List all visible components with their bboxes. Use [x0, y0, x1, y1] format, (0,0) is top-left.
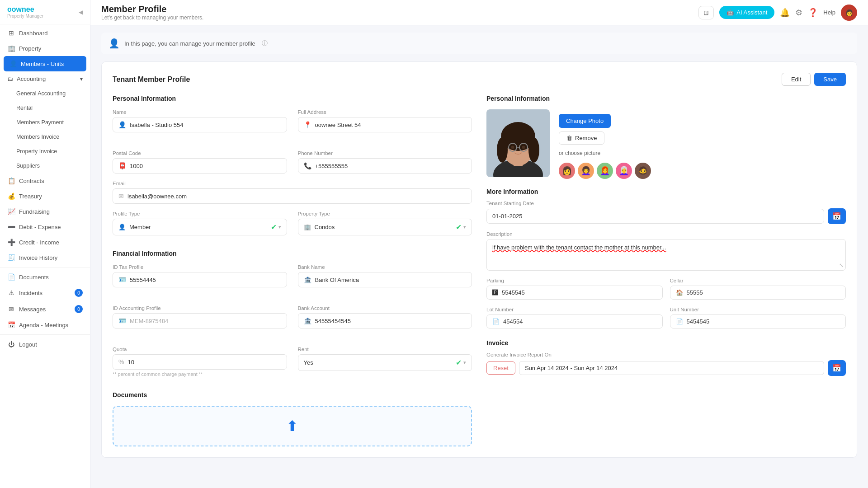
help-label: Help: [823, 9, 835, 16]
sidebar-item-invoice-history[interactable]: 🧾 Invoice History: [0, 250, 90, 265]
postal-input[interactable]: 📮 1000: [113, 158, 287, 174]
email-field-group: Email ✉ isabella@oownee.com: [113, 181, 472, 204]
sidebar-item-property-invoice[interactable]: Property Invoice: [0, 144, 90, 159]
sidebar-item-members-invoice[interactable]: Members Invoice: [0, 130, 90, 144]
email-label: Email: [113, 181, 472, 186]
sidebar-item-suppliers[interactable]: Suppliers: [0, 159, 90, 173]
more-info-section: More Information Tenant Starting Date 📅 …: [486, 188, 846, 328]
bank-account-input[interactable]: 🏦 54555454545: [298, 313, 472, 328]
fundraising-icon: 📈: [7, 208, 15, 215]
right-personal-title: Personal Information: [486, 95, 846, 102]
sidebar-item-debit-expense[interactable]: ➖ Debit - Expense: [0, 219, 90, 235]
personal-info-grid: Name 👤 Isabella - Studio 554 Full Addres…: [113, 109, 472, 181]
reset-invoice-btn[interactable]: Reset: [486, 361, 515, 375]
sidebar-item-treasury[interactable]: 💰 Treasury: [0, 188, 90, 204]
email-input[interactable]: ✉ isabella@oownee.com: [113, 188, 472, 204]
debit-icon: ➖: [7, 223, 15, 230]
id-tax-input[interactable]: 🪪 55554445: [113, 272, 287, 287]
id-acc-icon: 🪪: [118, 317, 126, 324]
personal-info-title: Personal Information: [113, 95, 472, 102]
quota-value: 10: [127, 359, 134, 366]
bank-name-input[interactable]: 🏦 Bank Of America: [298, 272, 472, 287]
collapse-btn[interactable]: ◀: [79, 9, 83, 15]
sidebar-item-members-payment[interactable]: Members Payment: [0, 115, 90, 130]
rent-select[interactable]: Yes ✔ ▾: [298, 354, 472, 371]
documents-section: ⬆: [113, 406, 472, 446]
change-photo-btn[interactable]: Change Photo: [559, 114, 611, 128]
sidebar-item-credit-income[interactable]: ➕ Credit - Income: [0, 235, 90, 250]
sidebar-label-accounting: Accounting: [17, 75, 46, 82]
sidebar-item-agenda[interactable]: 📅 Agenda - Meetings: [0, 317, 90, 333]
building-icon: 🏢: [304, 224, 311, 230]
lot-input[interactable]: 📄 454554: [486, 314, 663, 328]
cellar-input[interactable]: 🏠 55555: [670, 286, 846, 300]
doc-upload-area[interactable]: ⬆: [113, 406, 472, 446]
profile-photo: [486, 109, 550, 177]
name-label: Name: [113, 109, 287, 115]
property-type-value: Condos: [315, 224, 335, 230]
sidebar-item-contracts[interactable]: 📋 Contracts: [0, 173, 90, 188]
user-avatar[interactable]: 👩: [841, 5, 857, 21]
save-button[interactable]: Save: [814, 73, 846, 86]
envelope-icon: ✉: [118, 192, 124, 200]
sidebar-item-dashboard[interactable]: ⊞ Dashboard: [0, 25, 90, 41]
quota-input[interactable]: % 10: [113, 354, 287, 370]
description-box[interactable]: if have problem with the tenant contact …: [486, 239, 846, 271]
remove-photo-btn[interactable]: 🗑 Remove: [559, 131, 604, 145]
starting-date-calendar-btn[interactable]: 📅: [828, 208, 846, 224]
avatar-choice-4[interactable]: 👩‍🦳: [616, 163, 632, 179]
logo-sub: Property Manager: [7, 14, 43, 19]
cellar-icon: 🏠: [676, 289, 683, 296]
photo-actions: Change Photo 🗑 Remove or choose picture …: [559, 109, 651, 179]
lot-label: Lot Number: [486, 307, 663, 312]
ai-assistant-btn[interactable]: 🤖 AI Assistant: [719, 6, 774, 19]
sidebar-item-accounting[interactable]: 🗂 Accounting ▾: [0, 71, 90, 86]
messages-badge: 0: [75, 305, 83, 313]
avatar-choice-1[interactable]: 👩: [559, 163, 575, 179]
edit-button[interactable]: Edit: [782, 73, 811, 86]
sidebar-item-members-units[interactable]: 👤 Members - Units: [4, 56, 86, 71]
trash-icon: 🗑: [566, 135, 572, 141]
screenshot-btn[interactable]: ⊡: [698, 6, 714, 19]
avatar-choice-2[interactable]: 👩‍🦱: [578, 163, 594, 179]
sidebar-item-documents[interactable]: 📄 Documents: [0, 269, 90, 285]
more-info-title: More Information: [486, 188, 846, 195]
address-input[interactable]: 📍 oownee Street 54: [298, 117, 472, 132]
property-type-select[interactable]: 🏢 Condos ✔ ▾: [298, 219, 472, 235]
sidebar-item-incidents[interactable]: ⚠ Incidents 0: [0, 285, 90, 301]
id-icon: 🪪: [118, 276, 126, 283]
avatar-choice-3[interactable]: 👩‍🦰: [597, 163, 613, 179]
invoice-title: Invoice: [486, 339, 846, 347]
profile-type-select[interactable]: 👤 Member ✔ ▾: [113, 219, 287, 235]
starting-date-input[interactable]: [486, 209, 824, 224]
check-icon: ✔: [271, 223, 277, 231]
unit-input[interactable]: 📄 5454545: [670, 314, 846, 328]
invoice-calendar-btn[interactable]: 📅: [828, 360, 846, 376]
profile-type-group: Profile Type 👤 Member ✔ ▾: [113, 211, 287, 235]
parking-input[interactable]: 🅿 5545545: [486, 286, 663, 300]
documents-title: Documents: [113, 391, 472, 399]
check-icon-2: ✔: [456, 223, 462, 231]
id-accounting-input[interactable]: 🪪 MEM-8975484: [113, 313, 287, 328]
sidebar-item-rental[interactable]: Rental: [0, 101, 90, 115]
financial-grid: ID Tax Profile 🪪 55554445 Bank Name 🏦 Ba…: [113, 264, 472, 384]
parking-label: Parking: [486, 278, 663, 283]
sidebar-item-messages[interactable]: ✉ Messages 0: [0, 301, 90, 317]
address-value: oownee Street 54: [315, 122, 361, 128]
sidebar-label-agenda: Agenda - Meetings: [19, 322, 68, 328]
topbar: Member Profile Let's get back to managin…: [90, 0, 868, 25]
sidebar-item-general-accounting[interactable]: General Accounting: [0, 86, 90, 101]
phone-input[interactable]: 📞 +555555555: [298, 158, 472, 174]
agenda-icon: 📅: [7, 321, 15, 328]
bank-name-group: Bank Name 🏦 Bank Of America: [298, 264, 472, 287]
sidebar-item-fundraising[interactable]: 📈 Fundraising: [0, 204, 90, 219]
date-range-input[interactable]: [519, 361, 824, 375]
help-btn[interactable]: ❓: [808, 8, 818, 18]
parking-icon: 🅿: [492, 289, 498, 296]
notification-btn[interactable]: 🔔: [780, 8, 790, 18]
sidebar-item-logout[interactable]: ⏻ Logout: [0, 337, 90, 352]
settings-btn[interactable]: ⚙: [795, 8, 802, 18]
name-input[interactable]: 👤 Isabella - Studio 554: [113, 117, 287, 132]
sidebar-item-property[interactable]: 🏢 Property: [0, 41, 90, 56]
avatar-choice-5[interactable]: 🧔: [635, 163, 651, 179]
